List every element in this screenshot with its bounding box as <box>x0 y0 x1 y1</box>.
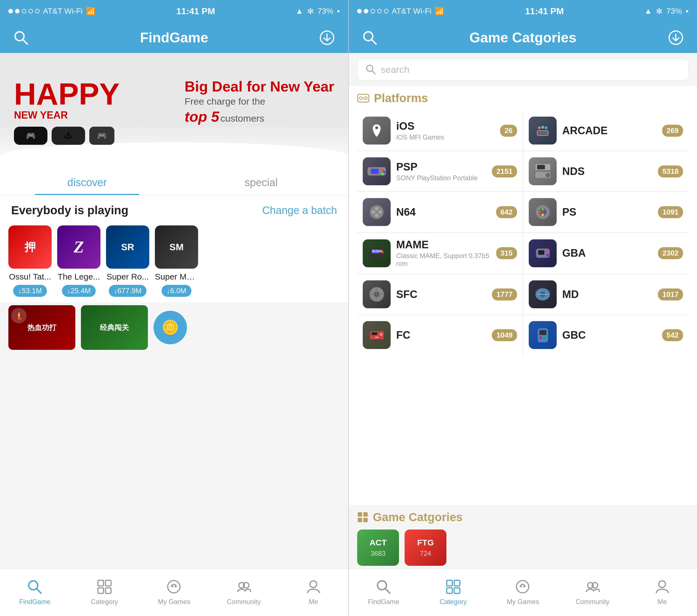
nds-name: NDS <box>562 165 652 177</box>
nav-item-community-left[interactable]: Community <box>209 569 279 616</box>
download-icon-right[interactable] <box>666 28 686 47</box>
platform-arcade[interactable]: ARCADE 269 <box>523 110 688 151</box>
search-placeholder: search <box>381 64 409 75</box>
platform-gba[interactable]: GBA 2302 <box>523 233 688 274</box>
nav-item-findgame-left[interactable]: FindGame <box>0 569 70 616</box>
tab-special[interactable]: special <box>174 170 348 195</box>
nav-label-me-right: Me <box>658 598 667 606</box>
signal-dots-right <box>357 9 388 13</box>
findgame-icon-right <box>376 579 391 596</box>
nav-item-category-left[interactable]: Category <box>70 569 139 616</box>
psp-icon <box>363 157 391 185</box>
wifi-icon-right: 📶 <box>435 7 444 16</box>
platform-mame[interactable]: MAME MAME Classic MAME, Support 0.37b5 r… <box>357 233 523 274</box>
banner-sub1: Free charge for the <box>184 95 334 108</box>
game-item-1[interactable]: Z The Lege... ↓25.4M <box>57 225 101 297</box>
gba-icon <box>529 239 557 267</box>
svg-line-21 <box>372 71 375 74</box>
fc-info: FC <box>396 329 486 341</box>
search-input-wrap[interactable]: search <box>357 59 688 80</box>
game-cats-heading: Game Catgories <box>357 511 688 524</box>
rdot3 <box>371 9 375 13</box>
svg-rect-8 <box>98 588 104 594</box>
platform-fc[interactable]: FC 1049 <box>357 315 523 355</box>
platforms-section: Platforms iOS iOS MFI Games 26 <box>349 86 697 505</box>
mygames-icon-right <box>515 579 531 596</box>
svg-point-34 <box>383 171 385 173</box>
platform-n64[interactable]: N64 642 <box>357 192 523 232</box>
game2-item-0[interactable]: 🧜 热血功打 <box>9 305 75 350</box>
search-icon-right[interactable] <box>360 28 380 47</box>
cat-ftg[interactable]: FTG 724 <box>404 529 446 566</box>
svg-point-15 <box>310 581 317 588</box>
svg-rect-32 <box>371 169 379 174</box>
ps-name: PS <box>562 206 652 218</box>
game-item-0[interactable]: 押 Ossu! Tat... ↓53.1M <box>9 225 51 297</box>
nav-item-findgame-right[interactable]: FindGame <box>349 569 418 616</box>
ps-icon <box>529 198 557 226</box>
search-icon-left[interactable] <box>11 28 31 47</box>
controller-1: 🎮 <box>14 127 47 145</box>
md-count: 1017 <box>658 288 683 300</box>
search-bar: search <box>349 53 697 86</box>
md-icon <box>529 280 557 308</box>
nav-label-category-left: Category <box>91 598 118 606</box>
nav-item-me-right[interactable]: Me <box>627 569 697 616</box>
download-icon-left[interactable] <box>317 28 337 47</box>
ps-info: PS <box>562 206 652 218</box>
svg-rect-80 <box>447 580 452 586</box>
platform-gbc[interactable]: GBC 542 <box>523 315 688 355</box>
platform-md[interactable]: MD 1017 <box>523 274 688 314</box>
change-batch-button[interactable]: Change a batch <box>262 205 337 216</box>
arcade-info: ARCADE <box>562 125 656 137</box>
status-bar-right: AT&T Wi-Fi 📶 11:41 PM ▲ ✻ 73% ▪️ <box>349 0 697 22</box>
platform-sfc[interactable]: SFC 1777 <box>357 274 523 314</box>
game2-item-1[interactable]: 经典闯关 <box>81 305 148 350</box>
nds-info: NDS <box>562 165 652 177</box>
svg-rect-77 <box>363 518 368 522</box>
nav-label-findgame-left: FindGame <box>19 598 50 606</box>
game-list: 押 Ossu! Tat... ↓53.1M Z The Lege... ↓25.… <box>0 223 348 302</box>
controller-3: 🎮 <box>89 127 114 145</box>
game-item-3[interactable]: SM Super Ma... ↓6.0M <box>155 225 198 297</box>
nav-item-mygames-left[interactable]: My Games <box>139 569 209 616</box>
dot2 <box>15 9 19 13</box>
platform-ps[interactable]: PS 1091 <box>523 192 688 232</box>
svg-rect-69 <box>375 337 379 338</box>
game-size-0: ↓53.1M <box>13 285 47 297</box>
gba-count: 2302 <box>658 247 683 259</box>
svg-point-42 <box>379 210 382 214</box>
gbc-info: GBC <box>562 329 656 341</box>
game-item-2[interactable]: SR Super Ro... ↓677.9M <box>106 225 149 297</box>
arcade-count: 269 <box>662 125 683 137</box>
status-right-right: ▲ ✻ 73% ▪️ <box>644 7 688 16</box>
nav-item-community-right[interactable]: Community <box>558 569 627 616</box>
platforms-icon <box>357 92 369 104</box>
psp-name: PSP <box>396 161 486 173</box>
platform-ios[interactable]: iOS iOS MFI Games 26 <box>357 110 523 151</box>
svg-point-29 <box>545 126 547 129</box>
svg-point-44 <box>375 214 379 217</box>
platform-nds[interactable]: NDS 5318 <box>523 151 688 191</box>
n64-count: 642 <box>496 206 517 218</box>
nav-item-me-left[interactable]: Me <box>279 569 348 616</box>
controller-2: 🕹 <box>51 127 85 145</box>
svg-rect-56 <box>538 250 544 255</box>
cat-act[interactable]: ACT 3683 <box>357 529 399 566</box>
tab-discover[interactable]: discover <box>0 170 174 195</box>
ios-icon <box>363 117 391 145</box>
sfc-icon <box>363 280 391 308</box>
banner-deal: Big Deal for New Year <box>184 78 334 95</box>
banner-top5: top 5 <box>184 108 219 125</box>
platform-psp[interactable]: PSP SONY PlayStation Portable 2151 <box>357 151 523 191</box>
svg-rect-85 <box>521 586 522 587</box>
status-left-right: AT&T Wi-Fi 📶 <box>357 7 444 16</box>
svg-point-89 <box>659 581 666 588</box>
nav-item-category-right[interactable]: Category <box>418 569 488 616</box>
svg-rect-38 <box>537 165 545 169</box>
nav-item-mygames-right[interactable]: My Games <box>488 569 558 616</box>
mame-name: MAME <box>396 239 490 251</box>
location-icon-right: ▲ <box>644 7 652 16</box>
bottom-nav-right: FindGame Category <box>349 569 697 616</box>
banner-happy: HAPPY <box>14 79 120 109</box>
